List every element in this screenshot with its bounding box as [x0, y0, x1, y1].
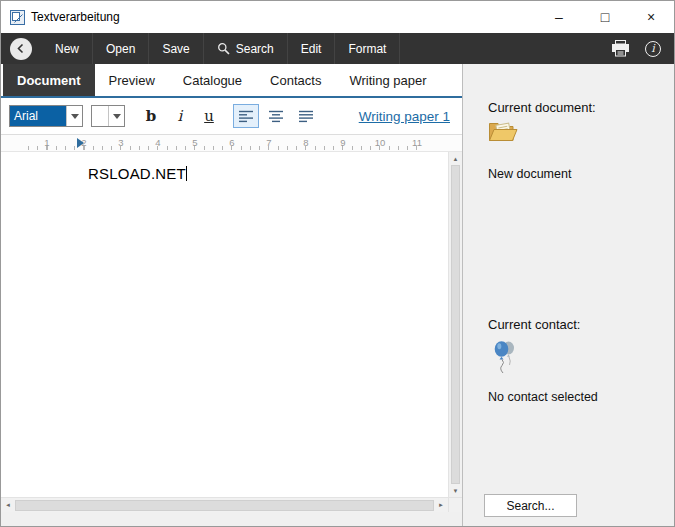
vertical-scroll-thumb[interactable]	[451, 165, 460, 484]
bottom-strip	[1, 512, 462, 526]
alignment-group	[233, 104, 319, 128]
horizontal-scrollbar[interactable]: ◄ ►	[1, 498, 448, 512]
horizontal-scrollbar-row: ◄ ►	[1, 497, 462, 512]
scroll-up-icon[interactable]: ▲	[449, 152, 462, 165]
title-bar: Textverarbeitung – □ ×	[1, 1, 674, 33]
toolbar-new-button[interactable]: New	[42, 33, 93, 64]
search-icon	[217, 42, 230, 55]
ruler: 1 2 3 4 5 6 7 8 9 10 11	[1, 135, 462, 152]
close-button[interactable]: ×	[628, 1, 674, 33]
sidebar: Current document: New document Current c…	[462, 64, 674, 526]
main-area: Document Preview Catalogue Contacts Writ…	[1, 64, 674, 526]
tab-contacts[interactable]: Contacts	[256, 64, 335, 96]
ruler-number: 3	[113, 137, 129, 148]
align-justify-button[interactable]	[293, 104, 319, 128]
info-icon[interactable]: i	[645, 41, 661, 57]
tab-document[interactable]: Document	[3, 64, 95, 96]
contact-status: No contact selected	[488, 390, 598, 404]
contact-balloon-icon	[493, 340, 517, 378]
tab-preview[interactable]: Preview	[95, 64, 169, 96]
toolbar-search-button[interactable]: Search	[204, 33, 288, 64]
document-status: New document	[488, 167, 571, 181]
chevron-down-icon	[108, 106, 124, 126]
print-icon[interactable]	[611, 40, 630, 57]
text-caret	[186, 166, 187, 181]
document-folder-icon	[488, 118, 518, 149]
toolbar-edit-button[interactable]: Edit	[288, 33, 336, 64]
tab-catalogue[interactable]: Catalogue	[169, 64, 256, 96]
window-title: Textverarbeitung	[31, 10, 120, 24]
toolbar-search-label: Search	[236, 42, 274, 56]
align-center-button[interactable]	[263, 104, 289, 128]
app-icon	[10, 10, 25, 25]
toolbar-right-icons: i	[611, 33, 674, 64]
chevron-down-icon	[66, 106, 82, 126]
chevron-left-icon	[16, 43, 26, 54]
tab-writing-paper[interactable]: Writing paper	[335, 64, 440, 96]
ruler-number: 1	[39, 137, 55, 148]
align-center-icon	[268, 110, 284, 123]
maximize-button[interactable]: □	[582, 1, 628, 33]
ruler-number: 6	[224, 137, 240, 148]
bold-button[interactable]: b	[139, 104, 163, 128]
format-toolbar: Arial b i u	[1, 98, 462, 135]
ruler-number: 4	[150, 137, 166, 148]
main-toolbar: New Open Save Search Edit Format	[1, 33, 674, 64]
current-document-label: Current document:	[488, 100, 596, 115]
scrollbar-corner	[448, 498, 462, 512]
window-controls: – □ ×	[536, 1, 674, 33]
writing-paper-link[interactable]: Writing paper 1	[359, 109, 450, 124]
ruler-number: 10	[372, 137, 388, 148]
align-left-button[interactable]	[233, 104, 259, 128]
font-size-value	[92, 106, 108, 126]
scroll-left-icon[interactable]: ◄	[1, 502, 15, 508]
underline-button[interactable]: u	[197, 104, 221, 128]
horizontal-scroll-thumb[interactable]	[15, 500, 434, 511]
ruler-number: 2	[76, 137, 92, 148]
toolbar-open-button[interactable]: Open	[93, 33, 149, 64]
toolbar-format-button[interactable]: Format	[335, 33, 400, 64]
ruler-number: 5	[187, 137, 203, 148]
minimize-button[interactable]: –	[536, 1, 582, 33]
document-column: Document Preview Catalogue Contacts Writ…	[1, 64, 462, 526]
document-text: RSLOAD.NET	[88, 165, 187, 182]
ruler-number: 9	[335, 137, 351, 148]
current-contact-label: Current contact:	[488, 317, 581, 332]
font-family-value: Arial	[10, 106, 66, 126]
editor-row: RSLOAD.NET ▲ ▼	[1, 152, 462, 497]
scroll-down-icon[interactable]: ▼	[449, 484, 462, 497]
align-left-icon	[238, 110, 254, 123]
ruler-number: 8	[298, 137, 314, 148]
back-button[interactable]	[10, 38, 32, 60]
toolbar-save-button[interactable]: Save	[149, 33, 203, 64]
sidebar-search-button[interactable]: Search...	[484, 494, 577, 517]
scroll-right-icon[interactable]: ►	[434, 502, 448, 508]
ruler-number: 11	[409, 137, 425, 148]
align-justify-icon	[298, 110, 314, 123]
italic-button[interactable]: i	[168, 104, 192, 128]
vertical-scrollbar[interactable]: ▲ ▼	[448, 152, 462, 497]
text-editor[interactable]: RSLOAD.NET	[1, 152, 448, 497]
tab-strip: Document Preview Catalogue Contacts Writ…	[1, 64, 462, 98]
ruler-number: 7	[261, 137, 277, 148]
font-size-select[interactable]	[91, 105, 125, 127]
font-family-select[interactable]: Arial	[9, 105, 83, 127]
app-window: Textverarbeitung – □ × New Open Save Sea…	[0, 0, 675, 527]
